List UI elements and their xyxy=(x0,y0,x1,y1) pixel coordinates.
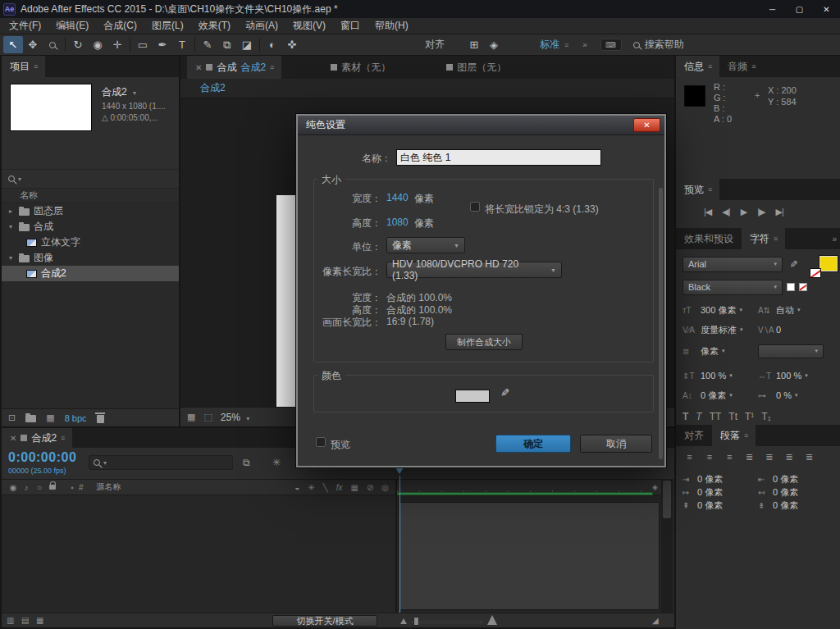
clone-stamp-tool-icon[interactable]: ⧉ xyxy=(217,36,237,53)
align-center-icon[interactable]: ≡ xyxy=(702,451,716,463)
twirl-icon[interactable]: ▾ xyxy=(7,223,15,230)
dialog-scrollbar[interactable] xyxy=(659,188,663,459)
zoom-out-icon[interactable] xyxy=(400,618,407,624)
fx-icon[interactable]: fx xyxy=(336,483,343,492)
panel-menu-icon[interactable]: ≡ xyxy=(34,62,37,71)
workspace-selector[interactable]: 标准 xyxy=(540,38,559,52)
project-name-column-header[interactable]: 名称 xyxy=(2,189,179,203)
project-comp-name[interactable]: 合成2 ▾ xyxy=(102,85,139,99)
space-after-field[interactable]: ⇟0 像素 xyxy=(758,499,798,512)
current-time-indicator-icon[interactable] xyxy=(395,467,404,474)
roto-brush-tool-icon[interactable]: ◐ xyxy=(262,36,282,53)
justify-last-center-icon[interactable]: ≣ xyxy=(762,452,776,463)
expand-layer-switches-icon[interactable]: ▥ xyxy=(7,616,14,625)
justify-last-left-icon[interactable]: ≣ xyxy=(742,452,756,463)
fill-color-swatch[interactable] xyxy=(819,256,838,271)
font-style-dropdown[interactable]: Black▾ xyxy=(682,280,783,295)
tab-project[interactable]: 项目≡ xyxy=(2,56,45,77)
camera-tool-icon[interactable]: ◉ xyxy=(88,36,107,53)
shy-icon[interactable]: ◒ xyxy=(294,483,299,492)
layer-list-area[interactable] xyxy=(2,495,395,613)
toolbar-extra-icon-1[interactable]: ⊞ xyxy=(464,36,484,53)
tab-paragraph[interactable]: 段落≡ xyxy=(712,425,756,446)
solid-color-swatch[interactable] xyxy=(455,390,490,403)
ok-button[interactable]: 确定 xyxy=(495,435,571,453)
superscript-icon[interactable]: T¹ xyxy=(745,411,754,422)
pan-behind-tool-icon[interactable]: ✛ xyxy=(107,36,127,53)
panel-overflow-icon[interactable]: » xyxy=(832,235,837,244)
all-caps-icon[interactable]: TT xyxy=(710,411,722,422)
align-right-icon[interactable]: ≡ xyxy=(723,451,737,463)
expand-transfer-modes-icon[interactable]: ▤ xyxy=(21,616,29,625)
make-comp-size-button[interactable]: 制作合成大小 xyxy=(445,334,523,350)
eyedropper-icon[interactable]: ✎ xyxy=(499,388,511,397)
magnification-dropdown[interactable]: 25% ▾ xyxy=(221,412,253,423)
snapping-label[interactable]: 对齐 xyxy=(425,38,445,52)
solo-icon[interactable]: ○ xyxy=(33,483,46,492)
minimize-icon[interactable]: ─ xyxy=(759,0,786,18)
project-bit-depth[interactable]: 8 bpc xyxy=(65,413,87,423)
font-family-dropdown[interactable]: Arial▾ xyxy=(682,257,783,272)
label-column-icon[interactable]: ▪ xyxy=(66,483,79,492)
twirl-icon[interactable]: ▾ xyxy=(7,254,15,262)
leading-field[interactable]: 自动 xyxy=(776,304,794,317)
scrollbar-thumb[interactable] xyxy=(663,481,671,518)
maximize-icon[interactable]: ▢ xyxy=(786,0,813,18)
set-white-swatch-icon[interactable] xyxy=(787,283,795,291)
comp-marker-bin-icon[interactable]: ◈ xyxy=(652,483,658,491)
twirl-icon[interactable]: ▸ xyxy=(7,207,15,215)
stroke-width-field[interactable]: 像素 xyxy=(701,345,719,358)
first-frame-icon[interactable]: |◀ xyxy=(704,207,711,217)
selection-tool-icon[interactable]: ↖ xyxy=(3,36,23,53)
overflow-chevron-icon[interactable]: » xyxy=(582,40,587,49)
horizontal-scale-field[interactable]: 100 % xyxy=(776,371,801,381)
indent-left-field[interactable]: ⇥0 像素 xyxy=(682,472,723,485)
close-icon[interactable]: ✕ xyxy=(813,0,840,18)
rotate-tool-icon[interactable]: ↻ xyxy=(68,36,88,53)
menu-effect[interactable]: 效果(T) xyxy=(191,18,238,34)
menu-layer[interactable]: 图层(L) xyxy=(144,18,191,34)
tsume-field[interactable]: 0 % xyxy=(776,390,792,400)
height-value[interactable]: 1080 xyxy=(386,217,409,228)
tracking-field[interactable]: 0 xyxy=(776,325,781,335)
zoom-slider-handle[interactable] xyxy=(413,617,419,626)
quality-icon[interactable]: ╲ xyxy=(323,483,328,492)
project-search-input[interactable]: ▾ xyxy=(2,169,179,189)
tab-align[interactable]: 对齐 xyxy=(676,425,712,446)
stroke-style-dropdown[interactable]: ▾ xyxy=(758,344,824,358)
justify-last-right-icon[interactable]: ≣ xyxy=(783,452,797,463)
menu-help[interactable]: 帮助(H) xyxy=(368,18,416,34)
previous-frame-icon[interactable]: ◀| xyxy=(722,207,729,217)
3d-layer-icon[interactable]: ◎ xyxy=(381,483,389,492)
sync-settings-icon[interactable]: ⌨ xyxy=(600,39,622,51)
faux-italic-icon[interactable]: T xyxy=(696,411,701,422)
faux-bold-icon[interactable]: T xyxy=(682,411,688,422)
tab-info[interactable]: 信息≡ xyxy=(676,56,719,77)
project-row-images-folder[interactable]: ▾ 图像 xyxy=(2,250,179,266)
subscript-icon[interactable]: T₁ xyxy=(761,411,770,422)
baseline-shift-field[interactable]: 0 像素 xyxy=(701,390,726,402)
menu-animation[interactable]: 动画(A) xyxy=(238,18,285,34)
tab-layer[interactable]: 图层（无） xyxy=(438,56,514,79)
play-icon[interactable]: ▶ xyxy=(741,207,746,217)
dialog-close-icon[interactable]: ✕ xyxy=(633,118,660,132)
set-none-swatch-icon[interactable] xyxy=(799,283,807,291)
pen-tool-icon[interactable]: ✒ xyxy=(153,36,172,53)
eraser-tool-icon[interactable]: ◪ xyxy=(237,36,257,53)
audio-icon[interactable]: ♪ xyxy=(20,483,33,492)
lock-icon[interactable] xyxy=(49,485,56,490)
shape-tool-icon[interactable]: ▭ xyxy=(133,36,153,53)
workspace-menu-icon[interactable]: ≡ xyxy=(564,41,568,49)
solid-name-input[interactable] xyxy=(396,149,601,166)
search-help-input[interactable]: 搜索帮助 xyxy=(645,38,684,52)
project-row-solids[interactable]: ▸ 固态层 xyxy=(2,203,179,219)
tab-composition[interactable]: ✕ 合成 合成2 ≡ xyxy=(187,56,281,79)
next-frame-icon[interactable]: |▶ xyxy=(757,207,765,217)
tab-audio[interactable]: 音频≡ xyxy=(719,56,763,77)
new-composition-icon[interactable]: ▦ xyxy=(46,412,54,423)
panel-menu-icon[interactable]: ≡ xyxy=(774,235,777,243)
panel-menu-icon[interactable]: ≡ xyxy=(708,185,711,194)
width-value[interactable]: 1440 xyxy=(386,192,409,203)
menu-view[interactable]: 视图(V) xyxy=(285,18,333,34)
expand-in-out-icon[interactable]: ▦ xyxy=(36,616,43,625)
